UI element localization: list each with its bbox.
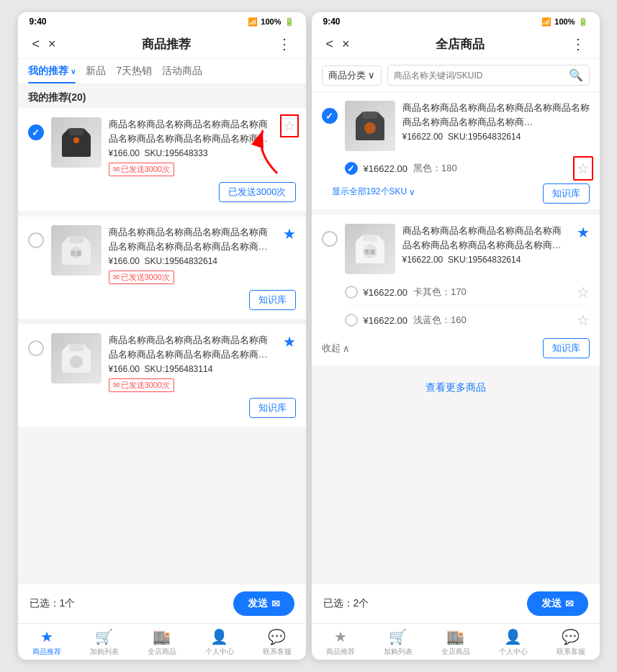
nav-title-2: 全店商品 [354, 36, 567, 53]
product-right-1: ☆ [283, 117, 296, 176]
back-button-1[interactable]: < [28, 35, 45, 53]
check-p2-1[interactable] [322, 108, 338, 124]
product-info-2: 商品名称商品名称商品名称商品名称商品名称商品名称商品名称商品名称商… ¥166.… [109, 225, 276, 284]
battery-1: 100% [261, 17, 281, 26]
bottom-bar-2: 已选：2个 发送 ✉ [312, 584, 600, 623]
shirt-icon-2: 图案 [58, 232, 94, 268]
tabbar-label-service: 联系客服 [263, 647, 292, 657]
tabbar-label-profile: 个人中心 [205, 647, 234, 657]
time-1: 9:40 [30, 17, 47, 27]
product-info-p2-1: 商品名称商品名称商品名称商品名称商品名称商品名称商品名称商品名称商… ¥1662… [402, 101, 590, 151]
tabbar-item-cart[interactable]: 🛒 加购列表 [76, 628, 133, 657]
sku-item-p2-2-2: ¥16622.00 浅蓝色：160 ☆ [345, 307, 590, 334]
tabbar-icon-profile: 👤 [210, 628, 228, 645]
sku-item-p2-2-1: ¥16622.00 卡其色：170 ☆ [345, 278, 590, 307]
star-button-2[interactable]: ★ [283, 225, 296, 242]
sku-star-p2-2-1[interactable]: ☆ [577, 283, 590, 301]
knowledge-btn-p2-1[interactable]: 知识库 [543, 183, 590, 204]
category-dropdown[interactable]: 商品分类 ∨ [322, 65, 382, 86]
knowledge-btn-p2-2[interactable]: 知识库 [543, 338, 590, 358]
tabbar2-icon-store: 🏬 [446, 628, 464, 645]
search-input-2[interactable] [394, 71, 565, 81]
svg-rect-15 [69, 344, 84, 351]
tab-my-recommend[interactable]: 我的推荐 ∨ [28, 59, 86, 83]
tabbar-item-store[interactable]: 🏬 全店商品 [133, 628, 191, 657]
svg-point-4 [73, 137, 79, 143]
sku-check-p2-2-2[interactable] [345, 314, 358, 327]
shirt-icon-p2-1 [352, 108, 388, 144]
app-tab-bar-1: ★ 商品推荐 🛒 加购列表 🏬 全店商品 👤 个人中心 💬 联系客服 [18, 623, 306, 660]
show-all-sku-btn[interactable]: 显示全部192个SKU ∨ [322, 183, 426, 204]
tabbar2-item-store[interactable]: 🏬 全店商品 [427, 628, 485, 657]
star-btn-p2-1[interactable]: ☆ [577, 160, 590, 176]
signal-icon-1: 📶 [248, 17, 258, 27]
badges-3: ✉ 已发送3000次 [109, 378, 276, 392]
tabbar-item-recommend[interactable]: ★ 商品推荐 [18, 628, 76, 657]
check-p2-2[interactable] [322, 231, 338, 247]
product-card-3: 商品名称商品名称商品名称商品名称商品名称商品名称商品名称商品名称商… ¥166.… [18, 324, 306, 427]
sku-check-p2-2-1[interactable] [345, 286, 358, 299]
sku-star-p2-2-2[interactable]: ☆ [577, 312, 590, 329]
check-2[interactable] [28, 232, 44, 248]
check-1[interactable] [28, 124, 44, 140]
send-button-1[interactable]: 发送 ✉ [233, 591, 294, 616]
tabbar-item-service[interactable]: 💬 联系客服 [248, 628, 306, 657]
star-button-1[interactable]: ☆ [283, 118, 296, 134]
badge-sent-3: ✉ 已发送3000次 [109, 378, 174, 392]
search-input-wrap: 🔍 [387, 65, 590, 86]
collapse-btn[interactable]: 收起 ∧ [322, 342, 350, 355]
back-button-2[interactable]: < [322, 35, 338, 53]
search-icon-2[interactable]: 🔍 [569, 68, 583, 82]
star-btn-p2-2[interactable]: ★ [577, 224, 590, 241]
knowledge-btn-3[interactable]: 知识库 [249, 398, 296, 418]
more-button-2[interactable]: ⋮ [567, 34, 590, 54]
check-3[interactable] [28, 340, 44, 356]
shirt-icon-p2-2: 图案 [352, 231, 388, 267]
product-actions-3: 知识库 [28, 398, 296, 418]
badges-2: ✉ 已发送3000次 [109, 271, 276, 284]
app-tab-bar-2: ★ 商品推荐 🛒 加购列表 🏬 全店商品 👤 个人中心 💬 联系客服 [312, 623, 600, 660]
send-button-2[interactable]: 发送 ✉ [527, 591, 588, 616]
more-button-1[interactable]: ⋮ [273, 34, 296, 54]
badge-sent-1: ✉ 已发送3000次 [109, 163, 174, 176]
product-img-p2-2: 图案 [345, 224, 395, 274]
tabbar2-item-recommend[interactable]: ★ 商品推荐 [312, 628, 369, 657]
tab-new-products[interactable]: 新品 [86, 59, 116, 83]
product-right-p2-2: ★ [577, 224, 590, 274]
shirt-icon-3 [58, 340, 94, 376]
svg-rect-20 [363, 112, 377, 119]
product-name-2: 商品名称商品名称商品名称商品名称商品名称商品名称商品名称商品名称商… [109, 225, 276, 253]
tab-promo[interactable]: 活动商品 [162, 59, 212, 83]
tabbar-item-profile[interactable]: 👤 个人中心 [191, 628, 248, 657]
tabbar2-item-profile[interactable]: 👤 个人中心 [485, 628, 542, 657]
status-bar-2: 9:40 📶 100% 🔋 [312, 12, 600, 29]
svg-rect-25 [363, 235, 377, 242]
tabbar-label-cart: 加购列表 [90, 647, 119, 657]
tab-hot-7days[interactable]: 7天热销 [116, 59, 162, 83]
knowledge-btn-1[interactable]: 已发送3000次 [219, 182, 296, 202]
product-card-p2-1: 商品名称商品名称商品名称商品名称商品名称商品名称商品名称商品名称商… ¥1662… [312, 92, 600, 209]
price-sku-p2-1: ¥16622.00 SKU:19564832614 [402, 132, 590, 142]
battery-2: 100% [554, 17, 575, 26]
tabbar-icon-service: 💬 [268, 628, 286, 645]
close-button-1[interactable]: × [44, 35, 60, 53]
tabbar2-icon-recommend: ★ [334, 628, 347, 645]
sku-row-p2-1: ¥16622.00 黑色：180 ☆ [312, 155, 600, 180]
sku-footer-p2-1: 显示全部192个SKU ∨ 知识库 [312, 180, 600, 209]
product-info-3: 商品名称商品名称商品名称商品名称商品名称商品名称商品名称商品名称商… ¥166.… [109, 333, 276, 392]
status-icons-1: 📶 100% 🔋 [248, 17, 294, 27]
knowledge-btn-2[interactable]: 知识库 [249, 290, 296, 310]
product-card-p2-2: 图案 商品名称商品名称商品名称商品名称商品名称商品名称商品名称商品名称商… ¥1… [312, 215, 600, 365]
view-more-btn[interactable]: 查看更多商品 [312, 371, 600, 404]
star-button-3[interactable]: ★ [283, 333, 296, 350]
tabbar2-item-cart[interactable]: 🛒 加购列表 [369, 628, 427, 657]
sku-check-p2-1[interactable] [345, 162, 358, 175]
star-with-box-p2: ☆ [577, 160, 590, 177]
tab-bar-top-1: 我的推荐 ∨ 新品 7天热销 活动商品 [18, 59, 306, 84]
product-right-3: ★ [283, 333, 296, 392]
product-name-1: 商品名称商品名称商品名称商品名称商品名称商品名称商品名称商品名称商… [109, 117, 276, 145]
svg-rect-9 [69, 236, 84, 243]
battery-icon-1: 🔋 [284, 17, 294, 27]
tabbar2-item-service[interactable]: 💬 联系客服 [542, 628, 600, 657]
close-button-2[interactable]: × [338, 35, 354, 53]
